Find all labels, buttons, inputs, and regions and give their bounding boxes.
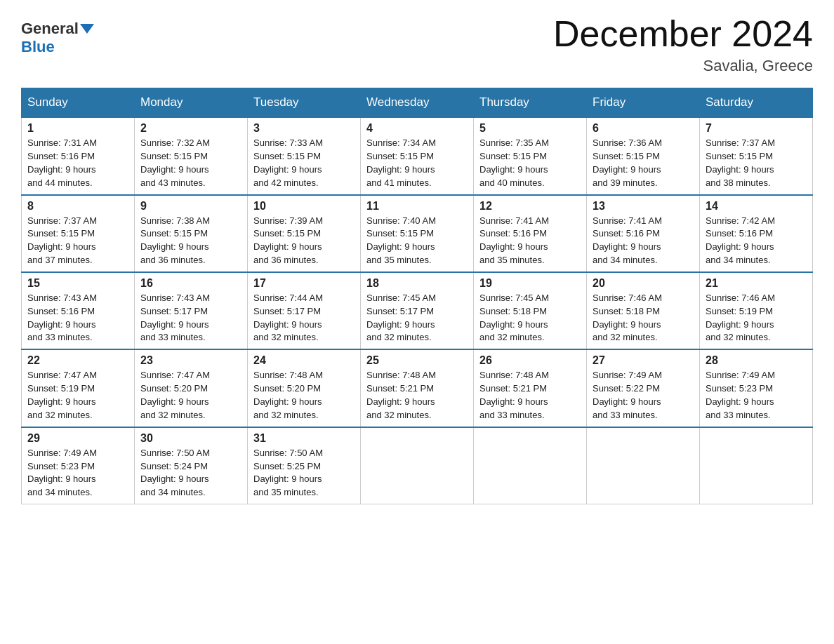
calendar-cell: 20Sunrise: 7:46 AMSunset: 5:18 PMDayligh… xyxy=(587,272,700,349)
day-info: Sunrise: 7:35 AMSunset: 5:15 PMDaylight:… xyxy=(479,137,581,189)
day-number: 16 xyxy=(140,277,241,290)
day-info: Sunrise: 7:47 AMSunset: 5:20 PMDaylight:… xyxy=(140,369,241,422)
calendar-cell: 18Sunrise: 7:45 AMSunset: 5:17 PMDayligh… xyxy=(361,272,474,349)
calendar-table: SundayMondayTuesdayWednesdayThursdayFrid… xyxy=(21,88,813,504)
day-info: Sunrise: 7:49 AMSunset: 5:23 PMDaylight:… xyxy=(27,447,128,499)
calendar-cell xyxy=(587,427,700,504)
day-number: 5 xyxy=(479,122,581,135)
day-number: 22 xyxy=(27,354,128,367)
day-number: 18 xyxy=(366,277,468,290)
calendar-cell: 30Sunrise: 7:50 AMSunset: 5:24 PMDayligh… xyxy=(135,427,248,504)
calendar-cell: 10Sunrise: 7:39 AMSunset: 5:15 PMDayligh… xyxy=(248,195,361,272)
calendar-cell: 15Sunrise: 7:43 AMSunset: 5:16 PMDayligh… xyxy=(22,272,135,349)
day-number: 9 xyxy=(140,200,241,213)
calendar-cell: 11Sunrise: 7:40 AMSunset: 5:15 PMDayligh… xyxy=(361,195,474,272)
day-info: Sunrise: 7:43 AMSunset: 5:17 PMDaylight:… xyxy=(140,292,241,344)
day-info: Sunrise: 7:48 AMSunset: 5:21 PMDaylight:… xyxy=(479,369,581,422)
day-number: 17 xyxy=(253,277,355,290)
day-number: 21 xyxy=(706,277,807,290)
day-number: 3 xyxy=(253,122,355,135)
day-number: 15 xyxy=(27,277,128,290)
day-info: Sunrise: 7:41 AMSunset: 5:16 PMDaylight:… xyxy=(479,215,581,267)
calendar-cell: 29Sunrise: 7:49 AMSunset: 5:23 PMDayligh… xyxy=(22,427,135,504)
logo-general-text: General xyxy=(21,20,79,38)
calendar-cell: 2Sunrise: 7:32 AMSunset: 5:15 PMDaylight… xyxy=(135,117,248,194)
day-number: 23 xyxy=(140,354,241,367)
calendar-cell: 23Sunrise: 7:47 AMSunset: 5:20 PMDayligh… xyxy=(135,349,248,427)
calendar-cell: 3Sunrise: 7:33 AMSunset: 5:15 PMDaylight… xyxy=(248,117,361,194)
day-info: Sunrise: 7:41 AMSunset: 5:16 PMDaylight:… xyxy=(593,215,694,267)
day-info: Sunrise: 7:49 AMSunset: 5:22 PMDaylight:… xyxy=(593,369,694,422)
calendar-cell: 9Sunrise: 7:38 AMSunset: 5:15 PMDaylight… xyxy=(135,195,248,272)
day-info: Sunrise: 7:38 AMSunset: 5:15 PMDaylight:… xyxy=(140,215,241,267)
calendar-cell: 14Sunrise: 7:42 AMSunset: 5:16 PMDayligh… xyxy=(700,195,813,272)
calendar-cell: 24Sunrise: 7:48 AMSunset: 5:20 PMDayligh… xyxy=(248,349,361,427)
weekday-header-tuesday: Tuesday xyxy=(248,88,361,118)
weekday-header-wednesday: Wednesday xyxy=(361,88,474,118)
week-row-2: 8Sunrise: 7:37 AMSunset: 5:15 PMDaylight… xyxy=(22,195,813,272)
calendar-cell xyxy=(474,427,587,504)
day-info: Sunrise: 7:44 AMSunset: 5:17 PMDaylight:… xyxy=(253,292,355,344)
calendar-cell: 6Sunrise: 7:36 AMSunset: 5:15 PMDaylight… xyxy=(587,117,700,194)
day-number: 6 xyxy=(593,122,694,135)
weekday-header-thursday: Thursday xyxy=(474,88,587,118)
day-number: 26 xyxy=(479,354,581,367)
day-info: Sunrise: 7:37 AMSunset: 5:15 PMDaylight:… xyxy=(27,215,128,267)
day-info: Sunrise: 7:37 AMSunset: 5:15 PMDaylight:… xyxy=(706,137,807,189)
day-number: 29 xyxy=(27,432,128,445)
week-row-5: 29Sunrise: 7:49 AMSunset: 5:23 PMDayligh… xyxy=(22,427,813,504)
calendar-cell: 31Sunrise: 7:50 AMSunset: 5:25 PMDayligh… xyxy=(248,427,361,504)
day-number: 7 xyxy=(706,122,807,135)
day-number: 10 xyxy=(253,200,355,213)
calendar-cell: 19Sunrise: 7:45 AMSunset: 5:18 PMDayligh… xyxy=(474,272,587,349)
day-number: 20 xyxy=(593,277,694,290)
page-header: General Blue December 2024 Savalia, Gree… xyxy=(21,14,813,75)
day-info: Sunrise: 7:46 AMSunset: 5:18 PMDaylight:… xyxy=(593,292,694,344)
weekday-header-friday: Friday xyxy=(587,88,700,118)
calendar-cell: 22Sunrise: 7:47 AMSunset: 5:19 PMDayligh… xyxy=(22,349,135,427)
day-number: 31 xyxy=(253,432,355,445)
day-info: Sunrise: 7:32 AMSunset: 5:15 PMDaylight:… xyxy=(140,137,241,189)
page-subtitle: Savalia, Greece xyxy=(553,57,813,75)
calendar-cell: 25Sunrise: 7:48 AMSunset: 5:21 PMDayligh… xyxy=(361,349,474,427)
logo: General Blue xyxy=(21,20,95,56)
week-row-4: 22Sunrise: 7:47 AMSunset: 5:19 PMDayligh… xyxy=(22,349,813,427)
day-number: 28 xyxy=(706,354,807,367)
day-info: Sunrise: 7:50 AMSunset: 5:25 PMDaylight:… xyxy=(253,447,355,499)
day-number: 4 xyxy=(366,122,468,135)
day-number: 27 xyxy=(593,354,694,367)
title-block: December 2024 Savalia, Greece xyxy=(553,14,813,75)
day-number: 11 xyxy=(366,200,468,213)
day-info: Sunrise: 7:50 AMSunset: 5:24 PMDaylight:… xyxy=(140,447,241,499)
day-info: Sunrise: 7:34 AMSunset: 5:15 PMDaylight:… xyxy=(366,137,468,189)
weekday-header-monday: Monday xyxy=(135,88,248,118)
day-info: Sunrise: 7:33 AMSunset: 5:15 PMDaylight:… xyxy=(253,137,355,189)
calendar-cell: 21Sunrise: 7:46 AMSunset: 5:19 PMDayligh… xyxy=(700,272,813,349)
week-row-3: 15Sunrise: 7:43 AMSunset: 5:16 PMDayligh… xyxy=(22,272,813,349)
day-info: Sunrise: 7:48 AMSunset: 5:20 PMDaylight:… xyxy=(253,369,355,422)
day-number: 14 xyxy=(706,200,807,213)
calendar-cell: 13Sunrise: 7:41 AMSunset: 5:16 PMDayligh… xyxy=(587,195,700,272)
day-info: Sunrise: 7:45 AMSunset: 5:18 PMDaylight:… xyxy=(479,292,581,344)
day-info: Sunrise: 7:42 AMSunset: 5:16 PMDaylight:… xyxy=(706,215,807,267)
calendar-cell: 17Sunrise: 7:44 AMSunset: 5:17 PMDayligh… xyxy=(248,272,361,349)
day-number: 8 xyxy=(27,200,128,213)
calendar-cell: 5Sunrise: 7:35 AMSunset: 5:15 PMDaylight… xyxy=(474,117,587,194)
calendar-cell: 7Sunrise: 7:37 AMSunset: 5:15 PMDaylight… xyxy=(700,117,813,194)
calendar-cell: 4Sunrise: 7:34 AMSunset: 5:15 PMDaylight… xyxy=(361,117,474,194)
day-number: 19 xyxy=(479,277,581,290)
calendar-cell: 8Sunrise: 7:37 AMSunset: 5:15 PMDaylight… xyxy=(22,195,135,272)
day-number: 2 xyxy=(140,122,241,135)
logo-arrow-icon xyxy=(80,24,94,34)
day-info: Sunrise: 7:48 AMSunset: 5:21 PMDaylight:… xyxy=(366,369,468,422)
day-number: 1 xyxy=(27,122,128,135)
logo-blue-text: Blue xyxy=(21,38,55,55)
calendar-cell: 16Sunrise: 7:43 AMSunset: 5:17 PMDayligh… xyxy=(135,272,248,349)
calendar-cell: 26Sunrise: 7:48 AMSunset: 5:21 PMDayligh… xyxy=(474,349,587,427)
day-info: Sunrise: 7:46 AMSunset: 5:19 PMDaylight:… xyxy=(706,292,807,344)
calendar-cell: 1Sunrise: 7:31 AMSunset: 5:16 PMDaylight… xyxy=(22,117,135,194)
day-number: 13 xyxy=(593,200,694,213)
calendar-cell: 12Sunrise: 7:41 AMSunset: 5:16 PMDayligh… xyxy=(474,195,587,272)
calendar-cell xyxy=(361,427,474,504)
weekday-header-sunday: Sunday xyxy=(22,88,135,118)
